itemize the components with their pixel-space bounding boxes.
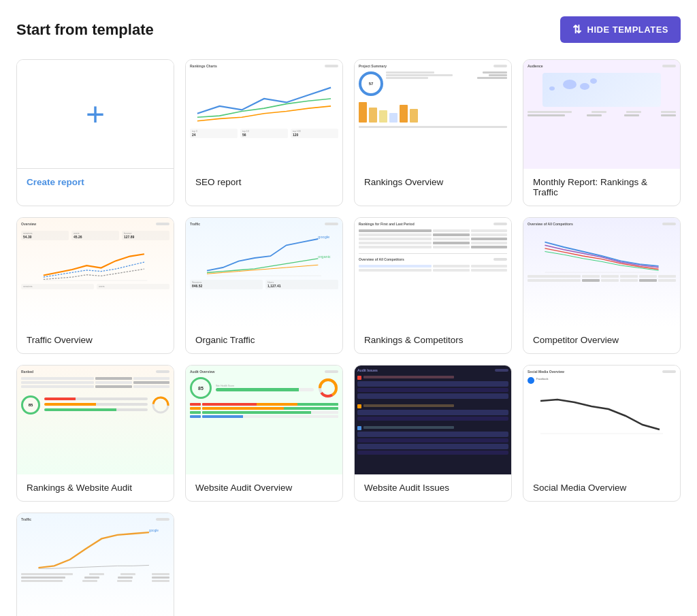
template-competitor-overview[interactable]: Overview of All Competitors <box>523 217 681 354</box>
template-label-traffic: Traffic Overview <box>17 327 174 353</box>
template-preview-social: Social Media Overview Facebook 40000 100… <box>523 366 680 474</box>
sort-icon: ⇅ <box>572 23 582 36</box>
template-label-create: Create report <box>17 169 174 195</box>
template-website-audit-overview[interactable]: Audit Overview 85 Site Health Score <box>185 365 343 502</box>
template-social-media-overview[interactable]: Social Media Overview Facebook 40000 100… <box>523 365 681 502</box>
template-preview-googleads: Traffic google <box>17 513 174 616</box>
template-rankings-competitors[interactable]: Rankings for First and Last Period <box>354 217 512 354</box>
template-label-monthly: Monthly Report: Rankings & Traffic <box>523 169 680 206</box>
template-label-auditissues: Website Audit Issues <box>355 474 511 501</box>
template-rankings-website-audit[interactable]: Ranked <box>16 365 174 502</box>
template-preview-monthly: Audience <box>523 60 680 169</box>
template-monthly-report[interactable]: Audience <box>523 59 681 206</box>
svg-text:organic: organic <box>318 255 331 259</box>
template-traffic-overview[interactable]: Overview sessions 54.30 users 45.26 boun… <box>16 217 174 354</box>
template-website-audit-issues[interactable]: Audit Issues <box>354 365 512 502</box>
template-label-seo: SEO report <box>186 169 342 195</box>
plus-icon: + <box>86 98 105 131</box>
template-preview-rankings: Project Summary 57 <box>355 60 511 169</box>
template-label-auditoverview: Website Audit Overview <box>186 474 342 501</box>
template-preview-rankaudit: Ranked <box>17 366 174 474</box>
template-label-social: Social Media Overview <box>523 474 680 501</box>
template-preview-organic: Traffic google organic Sessions846.52 Us… <box>186 218 342 327</box>
template-preview-auditoverview: Audit Overview 85 Site Health Score <box>186 366 342 474</box>
template-preview-seo: Rankings Charts top 3 24 top 10 56 <box>186 60 342 169</box>
svg-text:google: google <box>318 235 329 239</box>
template-rankings-overview[interactable]: Project Summary 57 <box>354 59 512 206</box>
template-preview-auditissues: Audit Issues <box>355 366 511 474</box>
template-preview-rankcomp: Rankings for First and Last Period <box>355 218 511 327</box>
template-preview-create: + <box>17 60 174 169</box>
template-label-rankaudit: Rankings & Website Audit <box>17 474 174 501</box>
templates-grid: + Create report Rankings Charts top 3 <box>16 59 681 616</box>
template-preview-traffic: Overview sessions 54.30 users 45.26 boun… <box>17 218 174 327</box>
template-label-rankings: Rankings Overview <box>355 169 511 195</box>
template-create-report[interactable]: + Create report <box>16 59 174 206</box>
template-google-ads[interactable]: Traffic google <box>16 513 174 616</box>
template-preview-competitor: Overview of All Competitors <box>523 218 680 327</box>
template-organic-traffic[interactable]: Traffic google organic Sessions846.52 Us… <box>185 217 343 354</box>
template-label-rankcomp: Rankings & Competitors <box>355 327 511 353</box>
template-seo-report[interactable]: Rankings Charts top 3 24 top 10 56 <box>185 59 343 206</box>
hide-templates-button[interactable]: ⇅ HIDE TEMPLATES <box>560 16 681 43</box>
template-label-organic: Organic Traffic <box>186 327 342 353</box>
template-label-competitor: Competitor Overview <box>523 327 680 353</box>
page-title: Start from template <box>16 21 154 39</box>
svg-text:google: google <box>149 529 159 532</box>
